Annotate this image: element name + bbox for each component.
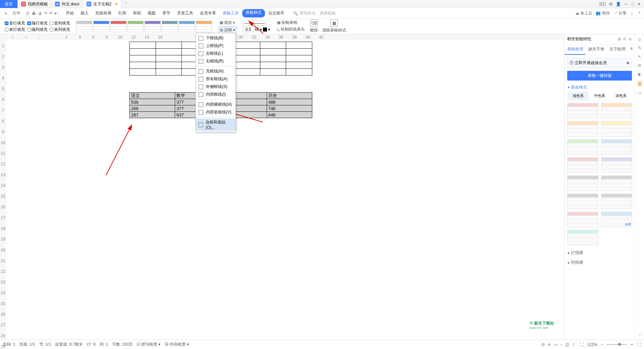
status-page-num[interactable]: 页码: 1 xyxy=(3,342,15,347)
tab-doc2-active[interactable]: W文字文稿2 xyxy=(83,0,121,8)
style-thumb[interactable] xyxy=(196,21,212,32)
style-thumbnail[interactable] xyxy=(567,103,598,118)
color-tab-medium[interactable]: 中色系 xyxy=(589,92,610,100)
tab-thesis[interactable]: 论文助手 xyxy=(265,9,288,17)
style-thumbnail[interactable] xyxy=(567,230,598,245)
style-thumbnail[interactable] xyxy=(567,194,598,209)
status-position[interactable]: 设置值: 8.7厘米 xyxy=(55,342,83,347)
close-panel-icon[interactable]: ✕ xyxy=(629,37,632,42)
style-thumbnail[interactable] xyxy=(567,121,598,137)
pin-icon[interactable]: ⇱ xyxy=(623,37,627,42)
tab-insert[interactable]: 插入 xyxy=(77,9,92,17)
more-tools-icon[interactable]: ⋯ xyxy=(638,332,642,337)
style-thumbnail[interactable] xyxy=(567,212,598,227)
style-thumbnail[interactable] xyxy=(601,139,632,155)
grid-icon[interactable]: ⊞ xyxy=(609,2,612,6)
search-box[interactable]: 🔍查找命令、搜索模板 xyxy=(293,10,336,16)
view-outline-icon[interactable]: ≡ xyxy=(548,342,550,347)
print-icon[interactable]: 🖨 xyxy=(38,11,42,16)
style-thumbnail[interactable] xyxy=(601,103,632,118)
view-web-icon[interactable]: ◫ xyxy=(566,342,569,347)
dropdown-item[interactable]: 外侧框线(S) xyxy=(196,83,235,91)
view-night-icon[interactable]: ☾ xyxy=(573,342,576,347)
tab-start[interactable]: 开始 xyxy=(62,9,77,17)
zoom-out-icon[interactable]: − xyxy=(601,342,603,347)
tab-template[interactable]: D找稻壳模板 xyxy=(18,0,52,8)
tab-reference[interactable]: 引用 xyxy=(115,9,129,17)
change-style-section[interactable]: ▾ 更改样式 xyxy=(565,83,635,92)
undo-icon[interactable]: ↶ xyxy=(49,11,53,16)
zoom-slider[interactable] xyxy=(606,344,627,345)
style-thumbnail[interactable] xyxy=(601,194,632,209)
share-button[interactable]: ↗ 分享 xyxy=(613,10,627,16)
layers-icon[interactable]: ⧉ xyxy=(638,63,641,68)
save-icon[interactable]: 🖶 xyxy=(32,11,36,16)
dropdown-item[interactable]: 右框线(R) xyxy=(196,57,235,65)
style-thumbnail[interactable] xyxy=(567,176,598,191)
cb-first-row[interactable]: 首行填充 xyxy=(5,20,25,26)
style-thumb[interactable] xyxy=(127,21,144,32)
dropdown-item[interactable]: 边框和底纹(O)... xyxy=(196,118,235,131)
tab-member[interactable]: 会员专享 xyxy=(197,9,219,17)
tab-add[interactable]: ＋ xyxy=(121,0,130,8)
style-thumbnail[interactable] xyxy=(601,121,632,137)
dropdown-item[interactable]: 内部竖框线(V) xyxy=(196,108,235,116)
more-icon[interactable]: ⋮ xyxy=(630,11,634,16)
status-section[interactable]: 节: 1/1 xyxy=(39,342,51,347)
draw-table[interactable]: ▦ 绘制表格 xyxy=(276,19,306,26)
table-style-gallery[interactable] xyxy=(73,21,215,32)
hamburger-icon[interactable]: ≡ xyxy=(3,10,9,17)
diamond-icon[interactable]: ◇ xyxy=(638,37,641,42)
clipboard-icon[interactable]: ▭ xyxy=(638,91,641,95)
style-thumbnail[interactable]: 免费 xyxy=(601,212,632,227)
view-focus-icon[interactable]: ⊙ xyxy=(541,342,545,347)
close-icon[interactable]: ✕ xyxy=(637,2,641,6)
panel-tab-more-icon[interactable]: ≡ xyxy=(628,44,635,55)
view-read-icon[interactable]: ▭ xyxy=(554,342,557,347)
zoom-in-icon[interactable]: ＋ xyxy=(630,342,634,347)
col-emphasis[interactable]: ▸ 列强调 xyxy=(565,258,635,267)
style-thumb[interactable] xyxy=(93,21,109,32)
cb-alt-row[interactable]: 隔行填充 xyxy=(27,20,48,26)
border-button[interactable]: ⊞ 边框 ▾ xyxy=(219,27,236,34)
tab-layout[interactable]: 页面布局 xyxy=(92,9,115,17)
preview-icon[interactable]: ↷ xyxy=(44,11,47,16)
file-menu[interactable]: 文件 xyxy=(10,9,22,17)
dropdown-item[interactable]: 所有框线(A) xyxy=(196,75,235,83)
panel-tab-text[interactable]: 文字处理 xyxy=(607,44,628,55)
status-col[interactable]: 列: 1 xyxy=(100,342,108,347)
row-emphasis[interactable]: ▸ 行强调 xyxy=(565,248,635,258)
panel-tab-fonts[interactable]: 缺失字体 xyxy=(586,44,607,55)
dropdown-item[interactable]: 内部横框线(H) xyxy=(196,101,235,108)
tab-review[interactable]: 审阅 xyxy=(129,9,144,17)
status-content-check[interactable]: ⦿ 内容检查 ▾ xyxy=(165,342,189,347)
tab-view[interactable]: 视图 xyxy=(144,9,159,17)
tab-table-style-active[interactable]: 表格样式 xyxy=(242,9,265,17)
dropdown-item[interactable]: 无框线(N) xyxy=(196,67,235,75)
line-weight[interactable]: 磅 ▾ ▾ xyxy=(243,27,270,32)
style-thumb[interactable] xyxy=(110,21,126,32)
clear-style-button[interactable]: ▦清除表格样式 xyxy=(322,19,346,33)
color-swatch[interactable] xyxy=(263,28,267,32)
convert-icon[interactable]: ◐ xyxy=(638,72,641,77)
tab-doc1[interactable]: W作文.docx xyxy=(52,0,83,8)
collapse-ribbon-icon[interactable]: ＾ xyxy=(637,10,641,16)
target-icon[interactable]: ◎ xyxy=(637,81,642,87)
status-page[interactable]: 页面: 1/1 xyxy=(19,342,35,347)
cb-last-row[interactable]: 末行填充 xyxy=(5,27,25,33)
cloud-status[interactable]: ☁ 未上云 xyxy=(575,10,592,16)
color-tab-light[interactable]: 浅色系 xyxy=(567,92,589,100)
status-line[interactable]: 行: 8 xyxy=(87,342,95,347)
status-words[interactable]: 字数: 20/20 xyxy=(112,342,132,347)
collab-button[interactable]: 👥 协作 xyxy=(596,10,610,16)
member-banner[interactable]: ⓘ 立即开通超级会员✕ xyxy=(567,58,632,68)
counter-icon[interactable]: 2[1] xyxy=(599,2,606,6)
avatar-icon[interactable]: 👤 xyxy=(616,2,621,6)
minimize-icon[interactable]: — xyxy=(624,2,628,6)
tab-dev[interactable]: 开发工具 xyxy=(174,9,197,17)
status-spellcheck[interactable]: ☑ 拼写检查 ▾ xyxy=(137,342,161,347)
tab-table-tools[interactable]: 表格工具 xyxy=(219,9,242,17)
style-thumbnail[interactable] xyxy=(601,157,632,173)
dropdown-item[interactable]: 左框线(L) xyxy=(196,50,235,57)
select-icon[interactable]: ↖ xyxy=(638,54,641,59)
